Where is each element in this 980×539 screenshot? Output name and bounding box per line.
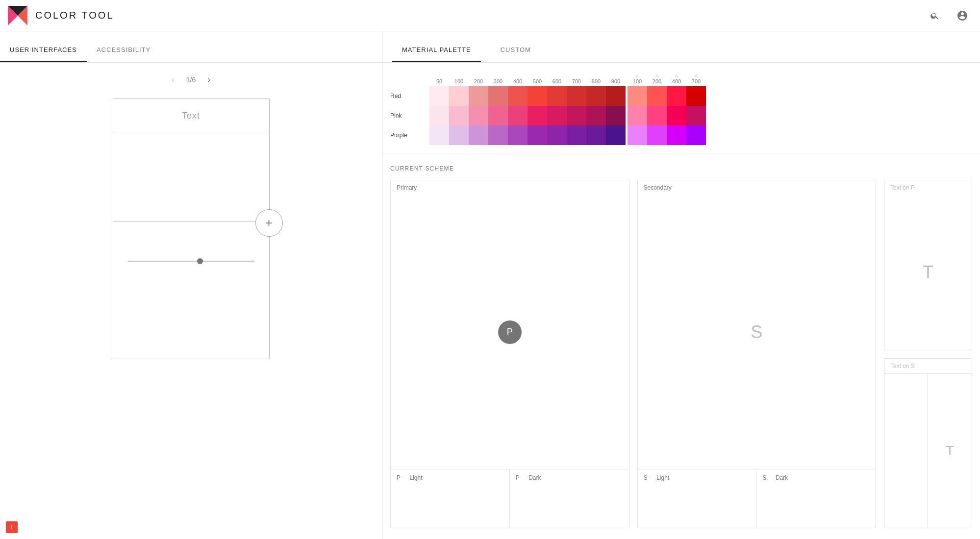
text-on-column: Text on P T Text on S T bbox=[884, 180, 972, 528]
col-header-100: 100 bbox=[449, 67, 469, 86]
purple-600[interactable] bbox=[547, 125, 567, 145]
red-400[interactable] bbox=[508, 86, 528, 106]
scheme-grid: Primary P P — Light P — Dark Secondary S bbox=[390, 180, 972, 528]
red-800[interactable] bbox=[586, 86, 606, 106]
col-header-200: 200 bbox=[469, 67, 488, 86]
pink-50[interactable] bbox=[429, 106, 449, 125]
wireframe-body: + bbox=[113, 133, 269, 359]
secondary-dark-label[interactable]: S — Dark bbox=[756, 469, 876, 528]
col-header-a100: A 100 bbox=[628, 67, 647, 86]
primary-card-title: Primary bbox=[391, 180, 629, 195]
secondary-card-title: Secondary bbox=[638, 180, 876, 195]
app-title: COLOR TOOL bbox=[35, 10, 114, 21]
account-circle-icon bbox=[956, 10, 968, 22]
red-200[interactable] bbox=[469, 86, 488, 106]
tab-user-interfaces[interactable]: USER INTERFACES bbox=[0, 38, 87, 62]
text-on-s-card: Text on S T bbox=[884, 358, 972, 529]
main-layout: ‹ 1/6 › Text + ! bbox=[0, 63, 980, 539]
primary-card-bottom: P — Light P — Dark bbox=[391, 469, 629, 528]
red-500[interactable] bbox=[528, 86, 547, 106]
palette-label-pink: Pink bbox=[390, 106, 429, 125]
wireframe-divider bbox=[113, 221, 269, 222]
header-right bbox=[925, 6, 972, 25]
palette-label-purple: Purple bbox=[390, 125, 429, 145]
secondary-s-letter: S bbox=[751, 322, 762, 343]
text-on-s-light[interactable] bbox=[884, 374, 928, 528]
col-header-a200: A 200 bbox=[647, 67, 667, 86]
secondary-card-main[interactable]: S bbox=[638, 195, 876, 469]
palette-label-red: Red bbox=[390, 86, 429, 106]
primary-card-main[interactable]: P bbox=[391, 195, 629, 469]
primary-light-label[interactable]: P — Light bbox=[391, 469, 510, 528]
right-tabs: MATERIAL PALETTE CUSTOM bbox=[382, 31, 980, 62]
col-header-50: 50 bbox=[429, 67, 449, 86]
slider-container[interactable] bbox=[128, 261, 254, 262]
pink-a700[interactable] bbox=[686, 106, 706, 125]
red-600[interactable] bbox=[547, 86, 567, 106]
page-indicator: 1/6 bbox=[186, 76, 196, 84]
right-panel: 50 100 200 300 400 500 600 700 800 900 A… bbox=[382, 63, 980, 539]
fab-button[interactable]: + bbox=[255, 209, 283, 237]
prev-page-button[interactable]: ‹ bbox=[168, 73, 178, 87]
secondary-light-label[interactable]: S — Light bbox=[638, 469, 757, 528]
pink-500[interactable] bbox=[528, 106, 547, 125]
primary-dark-label[interactable]: P — Dark bbox=[510, 469, 629, 528]
text-on-s-variants: T bbox=[884, 373, 972, 528]
slider-track bbox=[128, 261, 254, 262]
col-header-800: 800 bbox=[586, 67, 606, 86]
pink-900[interactable] bbox=[606, 106, 626, 125]
col-header-900: 900 bbox=[606, 67, 626, 86]
scheme-section: CURRENT SCHEME Primary P P — Light P — D… bbox=[382, 157, 980, 539]
ui-wireframe: Text + bbox=[113, 98, 270, 359]
red-100[interactable] bbox=[449, 86, 469, 106]
left-tabs: USER INTERFACES ACCESSIBILITY bbox=[0, 31, 382, 62]
purple-a400[interactable] bbox=[667, 125, 686, 145]
pink-600[interactable] bbox=[547, 106, 567, 125]
purple-a200[interactable] bbox=[647, 125, 667, 145]
purple-800[interactable] bbox=[586, 125, 606, 145]
search-icon bbox=[930, 11, 940, 21]
palette-scheme-divider bbox=[382, 153, 980, 153]
red-300[interactable] bbox=[488, 86, 508, 106]
pink-a400[interactable] bbox=[667, 106, 686, 125]
pink-400[interactable] bbox=[508, 106, 528, 125]
search-button[interactable] bbox=[925, 6, 945, 25]
pink-200[interactable] bbox=[469, 106, 488, 125]
purple-400[interactable] bbox=[508, 125, 528, 145]
red-a700[interactable] bbox=[686, 86, 706, 106]
account-button[interactable] bbox=[953, 6, 972, 25]
pink-100[interactable] bbox=[449, 106, 469, 125]
pink-800[interactable] bbox=[586, 106, 606, 125]
red-700[interactable] bbox=[567, 86, 586, 106]
tab-custom[interactable]: CUSTOM bbox=[491, 38, 541, 62]
next-page-button[interactable]: › bbox=[203, 73, 214, 87]
purple-300[interactable] bbox=[488, 125, 508, 145]
purple-a100[interactable] bbox=[628, 125, 647, 145]
text-on-p-label: Text on P bbox=[884, 180, 972, 195]
pink-a200[interactable] bbox=[647, 106, 667, 125]
tab-accessibility[interactable]: ACCESSIBILITY bbox=[87, 38, 160, 62]
purple-500[interactable] bbox=[528, 125, 547, 145]
header-left: COLOR TOOL bbox=[8, 6, 114, 25]
purple-200[interactable] bbox=[469, 125, 488, 145]
pink-a100[interactable] bbox=[628, 106, 647, 125]
col-header-700: 700 bbox=[567, 67, 586, 86]
red-a400[interactable] bbox=[667, 86, 686, 106]
pink-700[interactable] bbox=[567, 106, 586, 125]
col-header-500: 500 bbox=[528, 67, 547, 86]
wireframe-header: Text bbox=[113, 99, 269, 133]
purple-100[interactable] bbox=[449, 125, 469, 145]
purple-700[interactable] bbox=[567, 125, 586, 145]
tab-material-palette[interactable]: MATERIAL PALETTE bbox=[392, 38, 481, 62]
red-a200[interactable] bbox=[647, 86, 667, 106]
red-900[interactable] bbox=[606, 86, 626, 106]
slider-thumb bbox=[197, 258, 203, 264]
purple-a700[interactable] bbox=[686, 125, 706, 145]
red-a100[interactable] bbox=[628, 86, 647, 106]
purple-900[interactable] bbox=[606, 125, 626, 145]
red-50[interactable] bbox=[429, 86, 449, 106]
pink-300[interactable] bbox=[488, 106, 508, 125]
secondary-card: Secondary S S — Light S — Dark bbox=[637, 180, 877, 528]
purple-50[interactable] bbox=[429, 125, 449, 145]
primary-avatar: P bbox=[498, 320, 522, 344]
